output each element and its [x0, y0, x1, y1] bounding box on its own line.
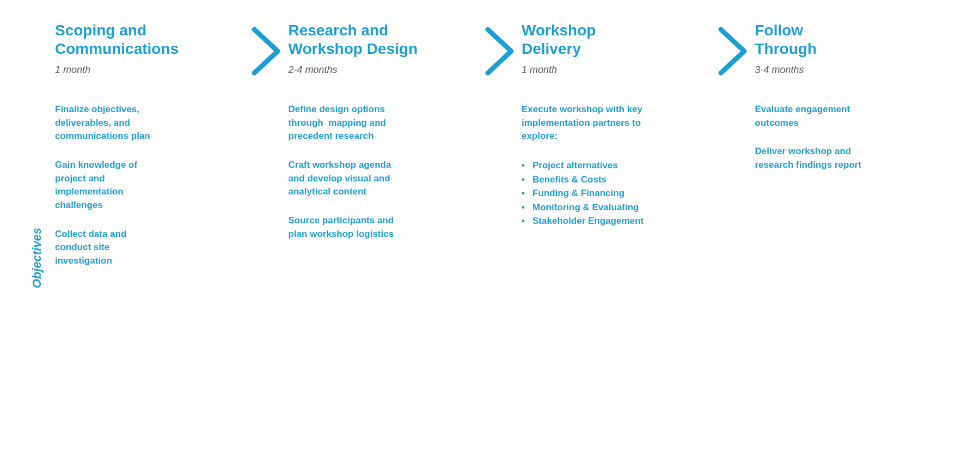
- obj-4-1: Evaluate engagementoutcomes: [755, 103, 945, 130]
- phases-row: Scoping andCommunications 1 month Resear…: [50, 21, 950, 76]
- phase-title-research: Research andWorkshop Design: [289, 21, 418, 58]
- objectives-content-row: Finalize objectives,deliverables, andcom…: [50, 103, 950, 267]
- phase-4-objectives: Evaluate engagementoutcomes Deliver work…: [750, 103, 951, 267]
- chevron-arrow-2: [485, 27, 515, 76]
- chevron-3: [717, 21, 750, 76]
- obj-4-2: Deliver workshop andresearch findings re…: [755, 145, 945, 172]
- phase-3-bullet-list: Project alternatives Benefits & Costs Fu…: [522, 159, 712, 228]
- phase-1-objectives: Finalize objectives,deliverables, andcom…: [50, 103, 250, 267]
- main-content: Scoping andCommunications 1 month Resear…: [50, 21, 950, 268]
- obj-1-2: Gain knowledge ofproject andimplementati…: [55, 159, 245, 212]
- obj-2-1: Define design optionsthrough mapping and…: [289, 103, 479, 143]
- bullet-1: Project alternatives: [522, 159, 712, 173]
- phase-duration-follow: 3-4 months: [755, 64, 804, 76]
- chevron-arrow-3: [718, 27, 748, 76]
- bullet-4: Monitoring & Evaluating: [522, 200, 712, 215]
- chevron-2: [483, 21, 516, 76]
- phase-duration-scoping: 1 month: [55, 64, 90, 76]
- bullet-5: Stakeholder Engagement: [522, 214, 712, 228]
- phase-header-delivery: WorkshopDelivery 1 month: [516, 21, 717, 76]
- bullet-2: Benefits & Costs: [522, 173, 712, 187]
- phase-duration-delivery: 1 month: [522, 64, 557, 76]
- obj-2-3: Source participants andplan workshop log…: [289, 214, 479, 241]
- obj-2-2: Craft workshop agendaand develop visual …: [289, 159, 479, 199]
- obj-1-3: Collect data andconduct siteinvestigatio…: [55, 228, 245, 268]
- phase-header-follow: FollowThrough 3-4 months: [750, 21, 951, 76]
- obj-1-1: Finalize objectives,deliverables, andcom…: [55, 103, 245, 143]
- phase-title-delivery: WorkshopDelivery: [522, 21, 596, 58]
- phase-header-research: Research andWorkshop Design 2-4 months: [283, 21, 484, 76]
- spacer-1: [250, 103, 283, 267]
- phase-header-scoping: Scoping andCommunications 1 month: [50, 21, 250, 76]
- phase-title-scoping: Scoping andCommunications: [55, 21, 179, 58]
- chevron-arrow-1: [252, 27, 281, 76]
- page-container: Objectives Scoping andCommunications 1 m…: [14, 10, 966, 441]
- chevron-1: [250, 21, 283, 76]
- phase-title-follow: FollowThrough: [755, 21, 817, 58]
- bullet-3: Funding & Financing: [522, 186, 712, 200]
- phase-2-objectives: Define design optionsthrough mapping and…: [283, 103, 484, 267]
- objectives-label: Objectives: [30, 228, 44, 288]
- obj-3-intro: Execute workshop with keyimplementation …: [522, 103, 712, 143]
- spacer-2: [483, 103, 516, 267]
- phase-3-objectives: Execute workshop with keyimplementation …: [516, 103, 717, 267]
- spacer-3: [717, 103, 750, 267]
- phase-duration-research: 2-4 months: [289, 64, 338, 76]
